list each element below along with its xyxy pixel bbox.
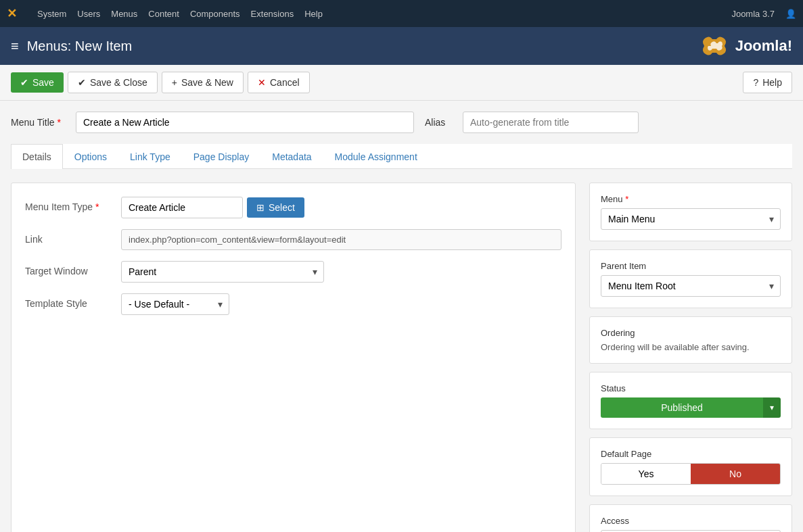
nav-users[interactable]: Users xyxy=(77,9,100,19)
status-caret-button[interactable]: ▾ xyxy=(763,397,781,418)
tab-options[interactable]: Options xyxy=(63,144,118,169)
two-column-layout: Menu Item Type * ⊞ Select Link xyxy=(11,183,792,532)
menu-item-type-row: Menu Item Type * ⊞ Select xyxy=(25,197,561,218)
tab-module-assignment[interactable]: Module Assignment xyxy=(323,144,429,169)
header-bar: ≡ Menus: New Item Joomla! xyxy=(0,27,803,65)
help-button[interactable]: ? Help xyxy=(743,72,792,93)
nav-content[interactable]: Content xyxy=(148,9,179,19)
template-style-row: Template Style - Use Default - xyxy=(25,293,561,315)
nav-menus[interactable]: Menus xyxy=(111,9,137,19)
no-button[interactable]: No xyxy=(691,464,780,484)
template-style-select[interactable]: - Use Default - xyxy=(121,293,229,315)
user-icon[interactable]: 👤 xyxy=(785,9,796,19)
menu-item-type-control: ⊞ Select xyxy=(121,197,561,218)
tab-link-type[interactable]: Link Type xyxy=(118,144,182,169)
parent-item-select[interactable]: Menu Item Root xyxy=(601,275,781,297)
menu-box: Menu * Main Menu xyxy=(589,183,792,241)
status-published-button[interactable]: Published xyxy=(601,397,763,418)
topbar-right: Joomla 3.7 👤 xyxy=(731,9,796,19)
default-page-label: Default Page xyxy=(601,449,781,459)
target-window-control: Parent New Window with Browser Navigatio… xyxy=(121,261,561,283)
sidebar-toggle-icon[interactable]: ≡ xyxy=(11,39,19,54)
nav-extensions[interactable]: Extensions xyxy=(251,9,294,19)
access-label: Access xyxy=(601,516,781,526)
default-page-toggle: Yes No xyxy=(601,463,781,485)
main-column: Menu Item Type * ⊞ Select Link xyxy=(11,183,576,532)
nav-help[interactable]: Help xyxy=(304,9,323,19)
save-close-label: Save & Close xyxy=(90,77,147,88)
tab-details[interactable]: Details xyxy=(11,144,63,169)
main-content: Menu Title * Alias Details Options Link … xyxy=(0,101,803,532)
yes-button[interactable]: Yes xyxy=(601,464,691,484)
check-icon: ✔ xyxy=(78,77,86,88)
status-box: Status Published ▾ xyxy=(589,372,792,429)
nav-components[interactable]: Components xyxy=(190,9,240,19)
menu-title-label: Menu Title * xyxy=(11,117,65,128)
status-dropdown: Published ▾ xyxy=(601,397,781,418)
toolbar: ✔ Save ✔ Save & Close + Save & New ✕ Can… xyxy=(0,65,803,101)
default-page-box: Default Page Yes No xyxy=(589,437,792,496)
grid-icon: ⊞ xyxy=(256,202,265,213)
link-input[interactable] xyxy=(121,229,561,250)
side-column: Menu * Main Menu Parent Item Menu Item R… xyxy=(589,183,792,532)
template-style-select-wrapper: - Use Default - xyxy=(121,293,229,315)
alias-label: Alias xyxy=(425,117,452,128)
joomla-version: Joomla 3.7 xyxy=(731,9,775,19)
target-window-select[interactable]: Parent New Window with Browser Navigatio… xyxy=(121,261,324,283)
template-style-control: - Use Default - xyxy=(121,293,561,315)
link-control xyxy=(121,229,561,250)
link-row: Link xyxy=(25,229,561,250)
link-label: Link xyxy=(25,229,113,245)
ordering-note: Ordering will be available after saving. xyxy=(601,342,781,352)
target-window-select-wrapper: Parent New Window with Browser Navigatio… xyxy=(121,261,324,283)
help-label: Help xyxy=(762,77,782,88)
save-icon: ✔ xyxy=(20,77,28,88)
plus-icon: + xyxy=(172,77,177,88)
page-title: Menus: New Item xyxy=(27,39,133,54)
template-style-label: Template Style xyxy=(25,293,113,309)
question-icon: ? xyxy=(753,77,758,88)
ordering-box: Ordering Ordering will be available afte… xyxy=(589,316,792,364)
access-box: Access Public Registered Special xyxy=(589,504,792,532)
menu-side-label: Menu * xyxy=(601,194,781,204)
target-window-row: Target Window Parent New Window with Bro… xyxy=(25,261,561,283)
cancel-button[interactable]: ✕ Cancel xyxy=(248,72,310,93)
topbar: ✕ System Users Menus Content Components … xyxy=(0,0,803,27)
details-tabs: Details Options Link Type Page Display M… xyxy=(11,144,792,169)
tab-metadata[interactable]: Metadata xyxy=(260,144,323,169)
top-navigation: System Users Menus Content Components Ex… xyxy=(37,9,718,19)
nav-system[interactable]: System xyxy=(37,9,66,19)
x-icon: ✕ xyxy=(258,77,266,88)
joomla-logo: Joomla! xyxy=(697,34,792,58)
tab-page-display[interactable]: Page Display xyxy=(182,144,261,169)
save-button[interactable]: ✔ Save xyxy=(11,72,64,93)
menu-select-wrapper: Main Menu xyxy=(601,208,781,230)
parent-item-box: Parent Item Menu Item Root xyxy=(589,249,792,308)
status-label: Status xyxy=(601,383,781,393)
parent-item-label: Parent Item xyxy=(601,261,781,271)
alias-input[interactable] xyxy=(463,112,639,133)
joomla-icon: ✕ xyxy=(7,6,17,21)
title-row: Menu Title * Alias xyxy=(11,112,792,133)
save-close-button[interactable]: ✔ Save & Close xyxy=(68,72,158,93)
menu-item-type-label: Menu Item Type * xyxy=(25,197,113,212)
select-label: Select xyxy=(269,202,295,213)
joomla-wordmark: Joomla! xyxy=(735,37,792,55)
menu-item-type-input[interactable] xyxy=(121,197,243,218)
ordering-label: Ordering xyxy=(601,328,781,338)
save-label: Save xyxy=(32,77,54,88)
menu-select[interactable]: Main Menu xyxy=(601,208,781,230)
menu-title-input[interactable] xyxy=(76,112,414,133)
save-new-label: Save & New xyxy=(181,77,233,88)
select-button[interactable]: ⊞ Select xyxy=(247,197,304,218)
parent-item-select-wrapper: Menu Item Root xyxy=(601,275,781,297)
header-left: ≡ Menus: New Item xyxy=(11,39,132,54)
cancel-label: Cancel xyxy=(270,77,300,88)
save-new-button[interactable]: + Save & New xyxy=(162,72,244,93)
target-window-label: Target Window xyxy=(25,261,113,276)
